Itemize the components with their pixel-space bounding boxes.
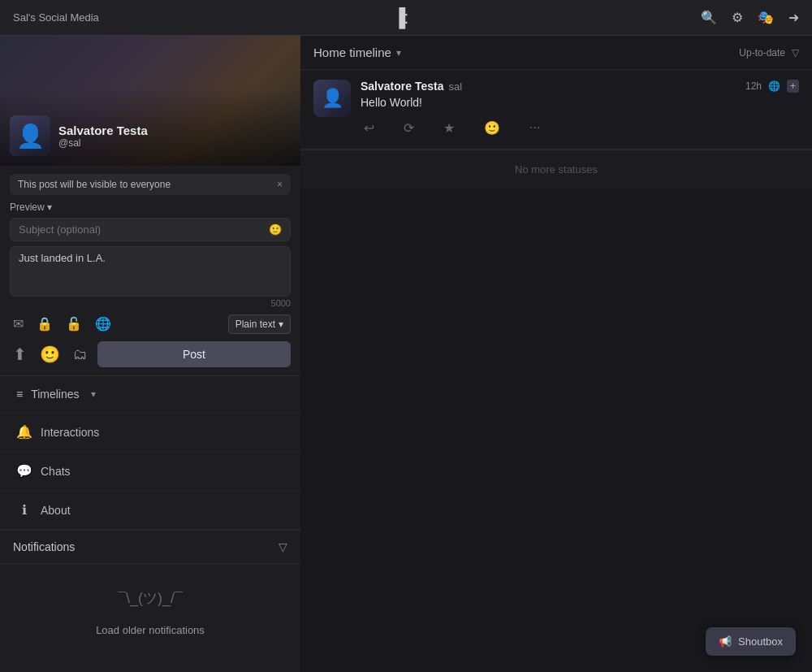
timeline-status: Up-to-date ▽ bbox=[739, 47, 799, 59]
main-layout: Salvatore Testa @sal This post will be v… bbox=[0, 36, 812, 672]
compose-globe-icon[interactable]: 🌐 bbox=[92, 313, 114, 335]
compose-format-chevron: ▾ bbox=[279, 319, 283, 330]
app-logo: ▐: bbox=[393, 7, 408, 28]
post-avatar[interactable]: 👤 bbox=[313, 80, 351, 117]
post-header: 👤 Salvatore Testa sal 12h 🌐 + Hello bbox=[313, 80, 799, 139]
chats-icon: 💬 bbox=[16, 463, 32, 479]
compose-preview-btn[interactable]: Preview ▾ bbox=[10, 202, 52, 213]
about-label: About bbox=[41, 504, 71, 517]
post-expand-icon[interactable]: + bbox=[787, 80, 799, 93]
timelines-label: Timelines bbox=[31, 388, 79, 401]
compose-subject-field[interactable]: 🙂 bbox=[10, 218, 291, 241]
post-time-icons: 12h 🌐 + bbox=[745, 80, 799, 93]
nav-icon[interactable]: ➜ bbox=[788, 10, 799, 25]
timelines-chevron-icon: ▾ bbox=[91, 388, 96, 400]
post-author: Salvatore Testa sal bbox=[361, 80, 462, 93]
settings-icon[interactable]: ⚙ bbox=[732, 10, 743, 25]
avatar[interactable] bbox=[10, 115, 50, 156]
profile-handle: @sal bbox=[58, 137, 148, 149]
post-author-handle: sal bbox=[448, 80, 462, 93]
app-brand: Sal's Social Media bbox=[13, 11, 99, 24]
timeline-filter-icon[interactable]: ▽ bbox=[792, 47, 799, 59]
compose-area: This post will be visible to everyone × … bbox=[0, 166, 300, 376]
compose-text-wrapper: Just landed in L.A. bbox=[10, 246, 291, 297]
post-boost-btn[interactable]: ⟳ bbox=[400, 117, 417, 139]
timeline-title-text: Home timeline bbox=[313, 46, 391, 59]
compose-upload-icon[interactable]: ⬆ bbox=[10, 341, 30, 367]
compose-toolbar-row: ✉ 🔒 🔓 🌐 Plain text ▾ bbox=[10, 313, 291, 335]
sidebar-item-about[interactable]: ℹ About bbox=[0, 491, 300, 530]
post-actions: ↩ ⟳ ★ 🙂 ··· bbox=[361, 117, 799, 139]
shoutbox-button[interactable]: 📢 Shoutbox bbox=[706, 627, 796, 656]
timelines-icon: ≡ bbox=[16, 388, 23, 401]
compose-visibility-text: This post will be visible to everyone bbox=[18, 179, 171, 190]
notifications-header: Notifications ▽ bbox=[0, 531, 300, 564]
compose-bottom-row: ⬆ 🙂 🗂 Post bbox=[10, 341, 291, 367]
compose-attach-icon[interactable]: 🗂 bbox=[70, 343, 91, 366]
about-icon: ℹ bbox=[16, 502, 32, 518]
timeline-header: Home timeline ▾ Up-to-date ▽ bbox=[300, 36, 812, 70]
sidebar-item-timelines[interactable]: ≡ Timelines ▾ bbox=[0, 376, 300, 413]
right-column: Home timeline ▾ Up-to-date ▽ 👤 Salvatore… bbox=[300, 36, 812, 672]
no-more-statuses: No more statuses bbox=[300, 150, 812, 189]
profile-name: Salvatore Testa bbox=[58, 124, 148, 137]
profile-card: Salvatore Testa @sal bbox=[0, 36, 300, 166]
chats-label: Chats bbox=[41, 465, 71, 478]
timeline-status-text: Up-to-date bbox=[739, 47, 785, 59]
post-time: 12h bbox=[745, 80, 762, 92]
profile-info: Salvatore Testa @sal bbox=[10, 115, 148, 156]
notifications-body: ¯\_(ツ)_/¯ Load older notifications bbox=[0, 564, 300, 667]
compose-textarea[interactable]: Just landed in L.A. bbox=[19, 252, 282, 288]
compose-lock-icon[interactable]: 🔒 bbox=[33, 313, 56, 335]
compose-preview-row: Preview ▾ bbox=[10, 202, 291, 213]
compose-subject-emoji-icon[interactable]: 🙂 bbox=[269, 223, 282, 236]
post-item: 👤 Salvatore Testa sal 12h 🌐 + Hello bbox=[300, 70, 812, 150]
profile-text: Salvatore Testa @sal bbox=[58, 124, 148, 149]
compose-email-icon[interactable]: ✉ bbox=[10, 313, 27, 335]
post-body: Hello World! bbox=[361, 96, 799, 109]
timeline-title[interactable]: Home timeline ▾ bbox=[313, 46, 401, 59]
notifications-section: Notifications ▽ ¯\_(ツ)_/¯ Load older not… bbox=[0, 531, 300, 672]
post-emoji-btn[interactable]: 🙂 bbox=[481, 117, 503, 139]
interactions-label: Interactions bbox=[41, 426, 99, 439]
search-icon[interactable]: 🔍 bbox=[701, 10, 717, 25]
notifications-shrug: ¯\_(ツ)_/¯ bbox=[13, 588, 287, 608]
compose-subject-input[interactable] bbox=[19, 223, 269, 236]
compose-char-count: 5000 bbox=[10, 298, 291, 308]
compose-emoji-icon[interactable]: 🙂 bbox=[37, 341, 63, 367]
interactions-icon: 🔔 bbox=[16, 424, 32, 440]
sidebar-item-chats[interactable]: 💬 Chats bbox=[0, 452, 300, 491]
post-content: Salvatore Testa sal 12h 🌐 + Hello World!… bbox=[361, 80, 799, 139]
post-globe-icon: 🌐 bbox=[768, 80, 780, 92]
profile-background: Salvatore Testa @sal bbox=[0, 36, 300, 166]
topnav: Sal's Social Media ▐: 🔍 ⚙ 🎭 ➜ bbox=[0, 0, 812, 36]
compose-format-label: Plain text bbox=[235, 319, 275, 330]
theme-icon[interactable]: 🎭 bbox=[758, 10, 774, 25]
sidebar-item-interactions[interactable]: 🔔 Interactions bbox=[0, 413, 300, 452]
compose-visibility-bar[interactable]: This post will be visible to everyone × bbox=[10, 174, 291, 195]
post-more-btn[interactable]: ··· bbox=[526, 117, 543, 139]
timeline-chevron-icon: ▾ bbox=[396, 47, 401, 59]
sidebar-nav: ≡ Timelines ▾ 🔔 Interactions 💬 Chats ℹ A… bbox=[0, 376, 300, 531]
post-meta: Salvatore Testa sal 12h 🌐 + bbox=[361, 80, 799, 93]
compose-close-btn[interactable]: × bbox=[277, 179, 283, 190]
left-column: Salvatore Testa @sal This post will be v… bbox=[0, 36, 300, 672]
post-author-name: Salvatore Testa bbox=[361, 80, 443, 93]
load-older-notifications-btn[interactable]: Load older notifications bbox=[13, 618, 287, 643]
shoutbox-label: Shoutbox bbox=[738, 635, 783, 648]
notifications-title: Notifications bbox=[13, 540, 75, 553]
compose-unlock-icon[interactable]: 🔓 bbox=[63, 313, 85, 335]
topnav-icons: 🔍 ⚙ 🎭 ➜ bbox=[701, 10, 799, 25]
avatar-image bbox=[10, 115, 50, 156]
post-favourite-btn[interactable]: ★ bbox=[440, 117, 458, 139]
compose-post-btn[interactable]: Post bbox=[97, 341, 291, 367]
shoutbox-icon: 📢 bbox=[719, 635, 732, 648]
notifications-filter-icon[interactable]: ▽ bbox=[279, 540, 287, 553]
post-reply-btn[interactable]: ↩ bbox=[361, 117, 378, 139]
compose-format-select[interactable]: Plain text ▾ bbox=[228, 314, 291, 334]
